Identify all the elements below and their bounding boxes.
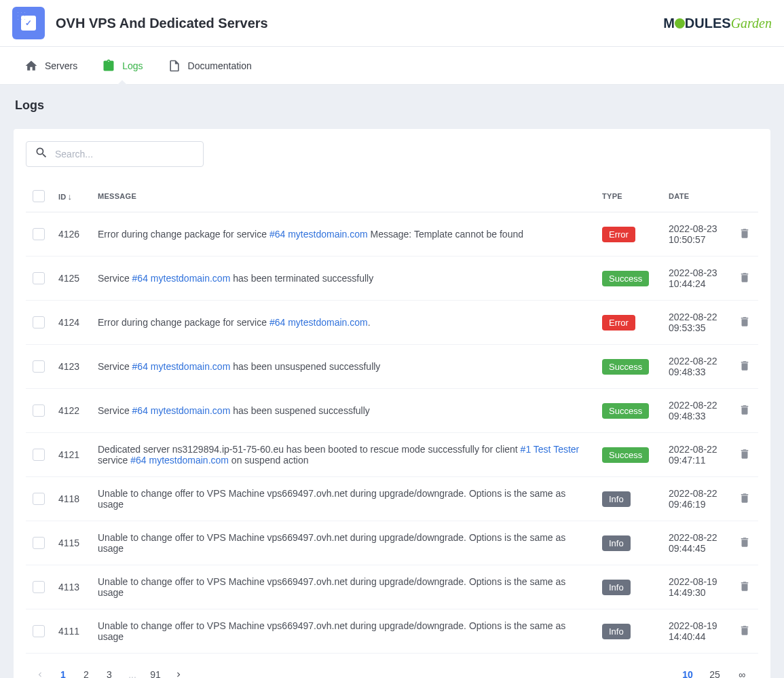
page-ellipsis: ...: [121, 663, 144, 678]
table-row: 4115Unable to change offer to VPS Machin…: [26, 521, 758, 565]
page-prev-button[interactable]: [29, 663, 52, 678]
row-date: 2022-08-23 10:44:24: [662, 257, 731, 301]
type-badge: Error: [602, 315, 635, 331]
pagination: 123...91: [29, 663, 190, 678]
message-link[interactable]: #64 mytestdomain.com: [132, 361, 231, 372]
type-badge: Error: [602, 227, 635, 242]
nav-tab-logs[interactable]: Logs: [90, 47, 155, 85]
row-checkbox[interactable]: [33, 537, 45, 549]
clipboard-icon: [102, 59, 115, 73]
message-link[interactable]: #64 mytestdomain.com: [130, 455, 229, 466]
table-row: 4122Service #64 mytestdomain.com has bee…: [26, 389, 758, 433]
row-message: Unable to change offer to VPS Machine vp…: [91, 521, 595, 565]
document-icon: [168, 59, 181, 73]
page-number-button[interactable]: 2: [75, 663, 98, 678]
type-badge: Success: [602, 359, 649, 375]
col-header-id[interactable]: ID↓: [52, 181, 91, 212]
row-checkbox[interactable]: [33, 360, 45, 373]
message-link[interactable]: #64 mytestdomain.com: [269, 317, 368, 328]
row-message: Error during change package for service …: [91, 301, 595, 345]
trash-icon[interactable]: [739, 491, 751, 505]
page-size-option[interactable]: 10: [674, 663, 701, 678]
row-message: Unable to change offer to VPS Machine vp…: [91, 477, 595, 521]
search-box[interactable]: [26, 141, 204, 167]
type-badge: Info: [602, 535, 631, 551]
row-message: Service #64 mytestdomain.com has been te…: [91, 257, 595, 301]
nav-tab-label: Servers: [45, 60, 77, 71]
row-message: Unable to change offer to VPS Machine vp…: [91, 565, 595, 609]
table-row: 4126Error during change package for serv…: [26, 212, 758, 257]
type-badge: Info: [602, 624, 631, 639]
col-header-type[interactable]: TYPE: [595, 181, 662, 212]
row-checkbox[interactable]: [33, 625, 45, 637]
row-checkbox[interactable]: [33, 449, 45, 461]
row-id: 4126: [52, 212, 91, 257]
table-row: 4125Service #64 mytestdomain.com has bee…: [26, 257, 758, 301]
page-size-selector: 1025∞: [674, 663, 755, 678]
page-number-button[interactable]: 3: [98, 663, 121, 678]
trash-icon[interactable]: [739, 315, 751, 328]
nav-tab-label: Documentation: [188, 60, 252, 71]
row-id: 4123: [52, 345, 91, 389]
type-badge: Info: [602, 491, 631, 507]
row-id: 4118: [52, 477, 91, 521]
row-date: 2022-08-19 14:49:30: [662, 565, 731, 609]
table-row: 4113Unable to change offer to VPS Machin…: [26, 565, 758, 609]
page-size-option[interactable]: ∞: [728, 663, 755, 678]
page-number-button[interactable]: 1: [52, 663, 75, 678]
row-message: Error during change package for service …: [91, 212, 595, 257]
row-id: 4121: [52, 433, 91, 477]
message-link[interactable]: #64 mytestdomain.com: [132, 405, 231, 416]
trash-icon[interactable]: [739, 403, 751, 417]
page-next-button[interactable]: [167, 663, 190, 678]
table-row: 4123Service #64 mytestdomain.com has bee…: [26, 345, 758, 389]
row-date: 2022-08-22 09:53:35: [662, 301, 731, 345]
sort-desc-icon: ↓: [68, 191, 73, 202]
row-id: 4124: [52, 301, 91, 345]
row-date: 2022-08-22 09:47:11: [662, 433, 731, 477]
message-link[interactable]: #64 mytestdomain.com: [132, 273, 231, 284]
row-checkbox[interactable]: [33, 228, 45, 240]
table-row: 4124Error during change package for serv…: [26, 301, 758, 345]
row-date: 2022-08-22 09:48:33: [662, 389, 731, 433]
logs-table: ID↓ MESSAGE TYPE DATE 4126Error during c…: [26, 181, 758, 654]
col-header-message[interactable]: MESSAGE: [91, 181, 595, 212]
col-header-date[interactable]: DATE: [662, 181, 731, 212]
row-checkbox[interactable]: [33, 581, 45, 593]
topbar: ✓ OVH VPS And Dedicated Servers MDULESGa…: [0, 0, 784, 47]
trash-icon[interactable]: [739, 535, 751, 549]
select-all-checkbox[interactable]: [33, 190, 45, 202]
app-icon: ✓: [12, 7, 45, 39]
trash-icon[interactable]: [739, 447, 751, 461]
row-checkbox[interactable]: [33, 404, 45, 417]
trash-icon[interactable]: [739, 359, 751, 373]
message-link[interactable]: #64 mytestdomain.com: [269, 229, 368, 240]
search-input[interactable]: [55, 149, 195, 159]
trash-icon[interactable]: [739, 227, 751, 240]
nav-tab-servers[interactable]: Servers: [12, 47, 90, 85]
type-badge: Success: [602, 403, 649, 419]
logs-card: ID↓ MESSAGE TYPE DATE 4126Error during c…: [14, 129, 770, 678]
type-badge: Success: [602, 271, 649, 286]
row-id: 4111: [52, 609, 91, 654]
brand-logo: MDULESGarden: [663, 16, 772, 31]
row-id: 4113: [52, 565, 91, 609]
table-row: 4111Unable to change offer to VPS Machin…: [26, 609, 758, 654]
trash-icon[interactable]: [739, 624, 751, 637]
page-title: Logs: [14, 98, 770, 113]
row-date: 2022-08-19 14:40:44: [662, 609, 731, 654]
table-row: 4121Dedicated server ns3129894.ip-51-75-…: [26, 433, 758, 477]
nav-tab-documentation[interactable]: Documentation: [155, 47, 264, 85]
row-checkbox[interactable]: [33, 272, 45, 284]
page-number-button[interactable]: 91: [144, 663, 167, 678]
row-message: Service #64 mytestdomain.com has been su…: [91, 389, 595, 433]
app-title: OVH VPS And Dedicated Servers: [56, 16, 268, 31]
trash-icon[interactable]: [739, 580, 751, 593]
trash-icon[interactable]: [739, 271, 751, 284]
row-date: 2022-08-22 09:46:19: [662, 477, 731, 521]
row-date: 2022-08-22 09:44:45: [662, 521, 731, 565]
row-checkbox[interactable]: [33, 493, 45, 505]
message-link[interactable]: #1 Test Tester: [521, 444, 580, 455]
page-size-option[interactable]: 25: [701, 663, 728, 678]
row-checkbox[interactable]: [33, 316, 45, 328]
